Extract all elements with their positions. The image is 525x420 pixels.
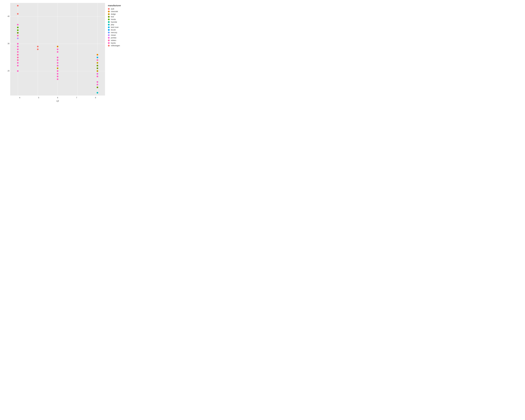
legend-item: mercury — [108, 31, 127, 34]
data-dot — [97, 65, 98, 66]
legend-dot — [108, 11, 110, 12]
legend-title: manufacturer — [108, 4, 127, 7]
data-dot — [97, 56, 98, 58]
data-dot — [97, 92, 98, 94]
legend-dot — [108, 24, 110, 26]
y-tick: 30 — [4, 43, 9, 45]
legend-label: nissan — [111, 34, 116, 36]
legend-item: nissan — [108, 34, 127, 37]
data-dot — [17, 29, 19, 31]
x-axis-label: cyl — [10, 100, 105, 102]
legend-dot — [108, 21, 110, 23]
x-tick: 4 — [10, 97, 29, 99]
data-dot — [97, 67, 98, 69]
data-dot — [97, 70, 98, 72]
data-dot — [17, 51, 19, 53]
data-dot — [57, 59, 58, 61]
legend: manufacturer audi chevrolet dodge ford h… — [105, 3, 128, 102]
legend-dot — [108, 29, 110, 31]
data-dot — [17, 37, 19, 39]
legend-item: dodge — [108, 13, 127, 15]
data-dot — [97, 76, 98, 77]
data-dot — [17, 70, 19, 72]
legend-dot — [108, 37, 110, 39]
data-dot — [57, 67, 58, 69]
y-tick: 40 — [4, 15, 9, 17]
data-dot — [57, 73, 58, 75]
data-dot — [97, 81, 98, 83]
legend-label: chevrolet — [111, 10, 118, 13]
legend-items: audi chevrolet dodge ford honda hyundai … — [108, 8, 127, 47]
legend-label: audi — [111, 8, 114, 10]
legend-label: mercury — [111, 31, 117, 34]
data-dot — [37, 48, 38, 50]
legend-dot — [108, 45, 110, 47]
legend-item: ford — [108, 15, 127, 18]
legend-item: hyundai — [108, 21, 127, 23]
data-dot — [57, 51, 58, 53]
data-dot — [17, 24, 19, 26]
x-tick: 7 — [67, 97, 86, 99]
data-dot — [17, 65, 19, 66]
legend-dot — [108, 8, 110, 10]
legend-item: chevrolet — [108, 10, 127, 13]
legend-label: jeep — [111, 24, 114, 26]
data-dot — [57, 46, 58, 47]
x-tick: 8 — [86, 97, 105, 99]
legend-label: ford — [111, 16, 114, 18]
legend-item: lincoln — [108, 28, 127, 31]
data-dot — [97, 54, 98, 56]
legend-dot — [108, 39, 110, 41]
x-tick: 5 — [29, 97, 48, 99]
legend-dot — [108, 42, 110, 44]
legend-label: pontiac — [111, 37, 117, 39]
data-dot — [17, 56, 19, 58]
legend-label: land rover — [111, 26, 119, 28]
legend-item: subaru — [108, 39, 127, 42]
legend-item: volkswagen — [108, 44, 127, 47]
legend-dot — [108, 16, 110, 18]
data-dot — [97, 73, 98, 75]
data-dot — [57, 70, 58, 72]
chart-area: hwy 403020 45678 cyl — [3, 3, 105, 102]
data-dot — [17, 13, 19, 15]
data-dot — [97, 84, 98, 85]
data-dot — [57, 62, 58, 64]
data-dot — [57, 76, 58, 77]
legend-dot — [108, 32, 110, 33]
data-dot — [17, 59, 19, 61]
legend-dot — [108, 34, 110, 36]
legend-label: hyundai — [111, 21, 117, 23]
legend-dot — [108, 19, 110, 20]
legend-item: jeep — [108, 23, 127, 26]
chart-container: hwy 403020 45678 cyl manufacturer audi c… — [1, 1, 130, 103]
legend-item: toyota — [108, 42, 127, 44]
data-dot — [37, 46, 38, 47]
legend-label: volkswagen — [111, 45, 120, 47]
legend-item: honda — [108, 18, 127, 21]
data-dot — [17, 54, 19, 56]
plot-frame: 403020 — [10, 3, 105, 95]
legend-dot — [108, 26, 110, 28]
legend-item: audi — [108, 8, 127, 10]
data-dot — [57, 78, 58, 80]
y-tick: 20 — [4, 70, 9, 72]
legend-label: subaru — [111, 39, 116, 41]
x-axis: 45678 — [10, 96, 105, 99]
data-dot — [57, 48, 58, 50]
data-dot — [17, 62, 19, 64]
data-dot — [17, 46, 19, 47]
data-dot — [57, 65, 58, 66]
legend-dot — [108, 13, 110, 15]
data-dot — [17, 32, 19, 34]
legend-label: toyota — [111, 42, 116, 44]
data-dot — [17, 5, 19, 6]
legend-item: pontiac — [108, 37, 127, 39]
data-dot — [17, 35, 19, 37]
legend-label: honda — [111, 18, 116, 20]
plot-with-xaxis: 403020 45678 cyl — [10, 3, 105, 102]
data-dot — [17, 27, 19, 28]
data-dot — [97, 59, 98, 61]
data-dot — [97, 62, 98, 64]
legend-label: lincoln — [111, 29, 116, 31]
